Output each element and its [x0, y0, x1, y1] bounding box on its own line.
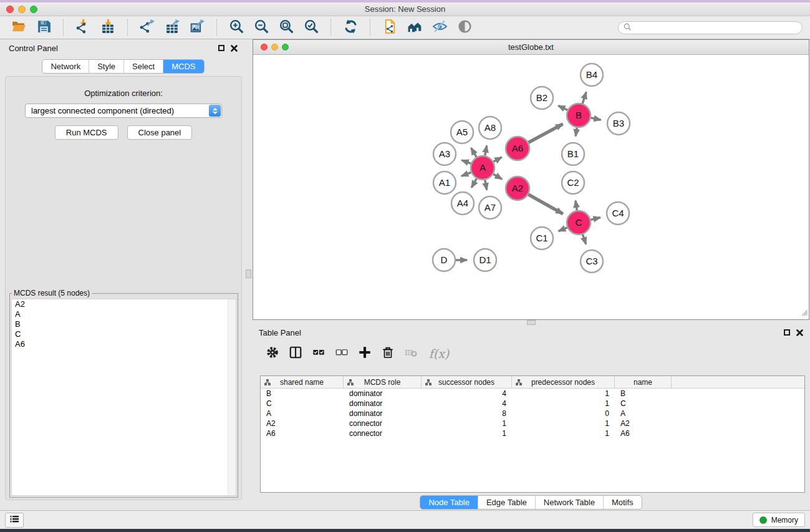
column-header-shared-name[interactable]: shared name	[261, 376, 344, 388]
table-cell[interactable]: C	[261, 399, 344, 408]
delete-table-button[interactable]	[402, 345, 420, 362]
node-B[interactable]: B	[567, 104, 591, 127]
table-cell[interactable]: C	[615, 399, 672, 408]
node-C4[interactable]: C4	[607, 202, 629, 225]
mcds-result-item[interactable]: A2	[12, 299, 236, 309]
save-session-button[interactable]	[34, 18, 54, 37]
network-close-button[interactable]	[261, 44, 268, 51]
tab-node-table[interactable]: Node Table	[420, 496, 478, 509]
table-cell[interactable]: dominator	[344, 389, 422, 398]
node-A2[interactable]: A2	[506, 177, 529, 200]
node-A1[interactable]: A1	[433, 172, 456, 194]
vertical-splitter-handle[interactable]	[246, 269, 251, 278]
edge-C-C1[interactable]	[559, 227, 569, 231]
window-titlebar[interactable]: Session: New Session	[0, 2, 810, 16]
tab-motifs[interactable]: Motifs	[603, 496, 642, 509]
table-cell[interactable]: dominator	[344, 399, 422, 408]
mcds-result-item[interactable]: C	[12, 329, 236, 339]
table-cell[interactable]: B	[261, 389, 344, 398]
tab-mcds[interactable]: MCDS	[163, 60, 203, 73]
table-cell[interactable]: A2	[615, 419, 672, 428]
import-table-button[interactable]	[98, 18, 118, 37]
node-C[interactable]: C	[567, 211, 591, 235]
node-A3[interactable]: A3	[433, 143, 456, 165]
edge-A-A8[interactable]	[485, 146, 486, 157]
deselect-all-button[interactable]	[333, 345, 350, 362]
network-window-titlebar[interactable]: testGlobe.txt	[253, 40, 809, 55]
node-D[interactable]: D	[433, 249, 455, 271]
open-file-button[interactable]	[9, 18, 29, 37]
table-cell[interactable]: dominator	[344, 409, 422, 418]
table-cell[interactable]: 8	[422, 409, 512, 418]
edge-B-B1[interactable]	[576, 127, 577, 136]
refresh-layout-button[interactable]	[340, 18, 360, 37]
node-C2[interactable]: C2	[562, 172, 584, 194]
function-builder-button[interactable]: f(x)	[425, 345, 453, 362]
tab-network-table[interactable]: Network Table	[535, 496, 603, 509]
edge-C-C4[interactable]	[590, 218, 600, 220]
home-button[interactable]	[405, 18, 425, 37]
run-mcds-button[interactable]: Run MCDS	[55, 125, 118, 140]
node-C3[interactable]: C3	[581, 250, 603, 273]
node-A8[interactable]: A8	[479, 117, 501, 139]
table-cell[interactable]: connector	[344, 429, 422, 438]
network-canvas[interactable]: B4B2BB3A8A5A6A3B1AA1C2A2A4A7C4CC1DD1C3	[253, 55, 809, 319]
edge-A6-B[interactable]	[528, 124, 563, 143]
zoom-out-button[interactable]	[251, 18, 271, 37]
close-panel-button[interactable]: Close panel	[127, 125, 193, 140]
zoom-selected-button[interactable]	[301, 18, 321, 37]
network-minimize-button[interactable]	[271, 44, 278, 51]
edge-B-B2[interactable]	[558, 105, 569, 110]
mcds-result-item[interactable]: B	[12, 319, 236, 329]
table-cell[interactable]: B	[615, 389, 672, 398]
table-cell[interactable]: A2	[261, 419, 344, 428]
column-layout-button[interactable]	[287, 345, 304, 362]
float-panel-icon[interactable]	[218, 45, 224, 51]
document-network-button[interactable]	[380, 18, 400, 37]
node-B4[interactable]: B4	[581, 64, 603, 86]
delete-column-button[interactable]	[379, 345, 397, 362]
tab-select[interactable]: Select	[123, 60, 163, 73]
mcds-result-item[interactable]: A6	[12, 339, 236, 349]
edge-A-A6[interactable]	[493, 157, 502, 162]
table-cell[interactable]: 4	[422, 399, 512, 408]
edge-C-C3[interactable]	[582, 233, 586, 244]
close-window-button[interactable]	[6, 6, 14, 13]
edge-A-A2[interactable]	[493, 173, 503, 179]
table-cell[interactable]: connector	[344, 419, 422, 428]
zoom-window-button[interactable]	[30, 6, 37, 13]
node-A5[interactable]: A5	[451, 121, 473, 143]
node-A[interactable]: A	[471, 156, 494, 180]
table-cell[interactable]: A	[261, 409, 344, 418]
memory-button[interactable]: Memory	[753, 513, 805, 527]
node-A7[interactable]: A7	[479, 196, 501, 219]
import-network-button[interactable]	[73, 18, 93, 37]
hide-eye-button[interactable]	[430, 18, 450, 37]
table-cell[interactable]: 4	[422, 389, 512, 398]
float-table-panel-icon[interactable]	[784, 329, 790, 336]
export-table-button[interactable]	[162, 18, 182, 37]
table-cell[interactable]: 1	[512, 419, 615, 428]
column-header-name[interactable]: name	[615, 376, 672, 388]
tab-style[interactable]: Style	[89, 60, 123, 73]
criterion-dropdown[interactable]: largest connected component (directed)	[25, 104, 222, 118]
tab-edge-table[interactable]: Edge Table	[478, 496, 535, 509]
table-cell[interactable]: 1	[512, 399, 615, 408]
edge-A-A7[interactable]	[485, 179, 486, 190]
result-scrollbar-track[interactable]	[228, 299, 236, 495]
table-cell[interactable]: 1	[422, 419, 512, 428]
column-header-predecessor-nodes[interactable]: predecessor nodes	[512, 376, 615, 388]
close-panel-icon[interactable]	[231, 45, 238, 52]
node-B1[interactable]: B1	[562, 143, 584, 165]
edge-C-C2[interactable]	[576, 201, 577, 211]
node-B2[interactable]: B2	[531, 87, 553, 109]
close-table-panel-icon[interactable]	[796, 329, 803, 336]
edge-A-A5[interactable]	[471, 148, 477, 158]
edge-A-A3[interactable]	[461, 160, 472, 164]
node-C1[interactable]: C1	[531, 227, 553, 249]
search-box[interactable]	[618, 21, 803, 34]
panel-list-button[interactable]	[5, 513, 24, 528]
table-cell[interactable]: 1	[512, 429, 615, 438]
table-cell[interactable]: A6	[615, 429, 672, 438]
node-B3[interactable]: B3	[607, 112, 630, 135]
